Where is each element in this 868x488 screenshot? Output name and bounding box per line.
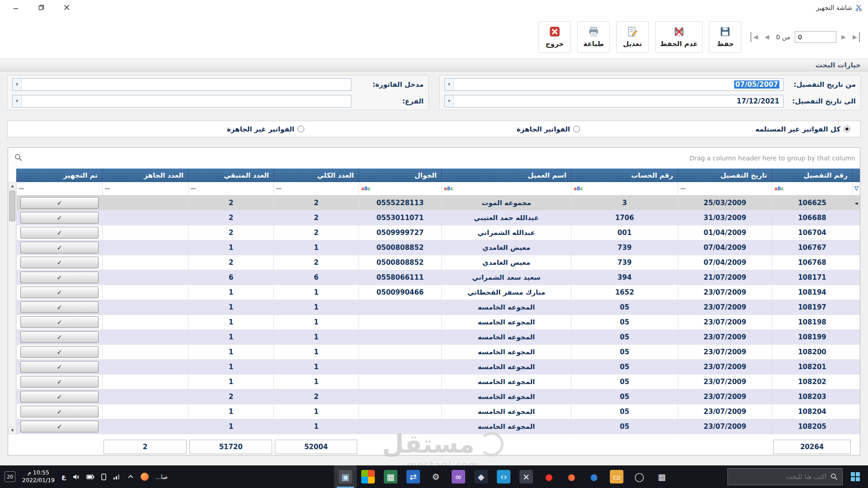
edit-button[interactable]: تعديل: [616, 21, 649, 53]
record-number-input[interactable]: [795, 31, 836, 43]
table-row[interactable]: 108202 23/07/2009 05 المجوعه الخامسه 1 1…: [16, 375, 860, 389]
prepared-checkbox-button[interactable]: ✓: [20, 212, 99, 224]
restore-button[interactable]: [36, 3, 46, 13]
taskbar-app-blue-browser[interactable]: ●: [583, 465, 605, 488]
taskbar-app-visual-studio[interactable]: ∞: [447, 465, 470, 488]
table-row[interactable]: 108171 21/07/2009 394 سعيد سعد الشمراني …: [16, 270, 860, 285]
scroll-up-arrow[interactable]: ▲: [9, 182, 16, 190]
table-row[interactable]: 108194 23/07/2009 1652 مبارك مسفر القحطا…: [16, 285, 860, 300]
taskbar-app-color-grid[interactable]: [357, 465, 379, 488]
prepared-checkbox-button[interactable]: ✓: [20, 301, 99, 313]
filter-cell-ready-count[interactable]: [102, 182, 188, 195]
language-indicator[interactable]: ع: [61, 473, 66, 480]
taskbar-app-task-view[interactable]: ▦: [651, 465, 673, 488]
chevron-down-icon[interactable]: ▾: [445, 79, 454, 90]
column-header-total-count[interactable]: العدد الكلي: [274, 169, 359, 182]
orange-tray-icon[interactable]: [141, 473, 149, 481]
table-row[interactable]: 108200 23/07/2009 05 المجوعه الخامسه 1 1…: [16, 345, 860, 360]
column-header-ready-count[interactable]: العدد الجاهز: [102, 169, 188, 182]
table-row[interactable]: 108204 23/07/2009 05 المجوعه الخامسه 1 1…: [16, 404, 860, 419]
column-header-detail-number[interactable]: رقم التفصيل: [772, 169, 852, 182]
prepared-checkbox-button[interactable]: ✓: [20, 242, 99, 253]
prepared-checkbox-button[interactable]: ✓: [20, 316, 99, 328]
prepared-checkbox-button[interactable]: ✓: [20, 421, 99, 432]
prepared-checkbox-button[interactable]: ✓: [20, 257, 99, 268]
column-header-client-name[interactable]: اسم العميل: [441, 169, 571, 182]
table-row[interactable]: 106688 31/03/2009 1706 عبدالله حمد العتي…: [16, 211, 860, 225]
taskbar-app-vs-code[interactable]: ‹›: [492, 465, 515, 488]
next-record-button[interactable]: ▶: [839, 32, 848, 42]
table-row[interactable]: 108198 23/07/2009 05 المجوعه الخامسه 1 1…: [16, 315, 860, 330]
from-date-field[interactable]: 07/05/2007 ▾: [444, 78, 783, 91]
prepared-checkbox-button[interactable]: ✓: [20, 361, 99, 373]
previous-record-button[interactable]: ◀: [762, 32, 771, 42]
filter-cell-detail-number[interactable]: aBc: [772, 182, 852, 195]
prepared-checkbox-button[interactable]: ✓: [20, 286, 99, 298]
taskbar-app-settings[interactable]: ⚙: [425, 465, 447, 488]
taskbar-search[interactable]: [727, 468, 843, 485]
speaker-icon[interactable]: [73, 474, 80, 480]
taskbar-app-ring-app[interactable]: ◯: [628, 465, 651, 488]
chevron-down-icon[interactable]: ▾: [445, 95, 454, 107]
battery-icon[interactable]: [86, 474, 94, 479]
column-header-remaining-count[interactable]: العدد المتبقي: [188, 169, 274, 182]
radio-not-ready-invoices[interactable]: الفواتير غير الجاهزة: [227, 121, 304, 137]
filter-cell-mobile[interactable]: aBc: [359, 182, 441, 195]
filter-cell-detail-date[interactable]: [678, 182, 772, 195]
table-row[interactable]: ◄ 106625 25/03/2009 3 مجموعه الموت 05552…: [16, 196, 860, 211]
prepared-checkbox-button[interactable]: ✓: [20, 391, 99, 403]
taskbar-app-red-browser[interactable]: ●: [538, 465, 560, 488]
taskbar-app-file-explorer[interactable]: ▭: [605, 465, 628, 488]
minimize-button[interactable]: [11, 3, 21, 13]
taskbar-app-spreadsheet[interactable]: ▦: [379, 465, 402, 488]
print-button[interactable]: طباعة: [577, 21, 610, 53]
prepared-checkbox-button[interactable]: ✓: [20, 376, 99, 388]
tray-running-app-text[interactable]: صا...: [156, 474, 168, 480]
taskbar-search-input[interactable]: [745, 473, 826, 480]
taskbar-app-dark-app[interactable]: ◆: [470, 465, 492, 488]
taskbar-app-teamviewer[interactable]: ⇄: [402, 465, 425, 488]
taskbar-clock[interactable]: 10:55 م 2022/01/19: [22, 469, 55, 484]
column-header-mobile[interactable]: الجوال: [359, 169, 441, 182]
table-row[interactable]: 108201 23/07/2009 05 المجوعه الخامسه 1 1…: [16, 360, 860, 375]
table-row[interactable]: 106768 07/04/2009 739 معيض الغامدي 05008…: [16, 255, 860, 270]
search-icon[interactable]: [13, 154, 22, 163]
prepared-checkbox-button[interactable]: ✓: [20, 197, 99, 209]
branch-field[interactable]: ▾: [12, 95, 351, 108]
column-header-account-number[interactable]: رقم الحساب: [571, 169, 678, 182]
first-record-button[interactable]: ◀: [750, 32, 760, 42]
last-record-button[interactable]: ▶: [851, 32, 860, 42]
taskbar-app-postman[interactable]: ●: [560, 465, 583, 488]
taskbar-app-dark-tool[interactable]: ×: [515, 465, 538, 488]
filter-cell-total-count[interactable]: [274, 182, 359, 195]
table-row[interactable]: 108203 23/07/2009 05 المجوعه الخامسه 2 2…: [16, 389, 860, 404]
chevron-up-icon[interactable]: [127, 474, 134, 479]
to-date-field[interactable]: 17/12/2021 ▾: [444, 95, 783, 108]
radio-ready-invoices[interactable]: الفواتير الجاهزة: [517, 121, 580, 137]
cancel-save-button[interactable]: عدم الحفظ: [655, 21, 703, 53]
radio-all-unreceived-invoices[interactable]: كل الفواتير غير المستلمه: [755, 121, 850, 137]
filter-cell-prepared[interactable]: [16, 182, 102, 195]
filter-funnel-icon[interactable]: [852, 182, 860, 195]
table-row[interactable]: 108199 23/07/2009 05 المجوعه الخامسه 1 1…: [16, 330, 860, 345]
table-row[interactable]: 108205 23/07/2009 05 المجوعه الخامسه 1 1…: [16, 419, 860, 434]
filter-cell-client-name[interactable]: aBc: [441, 182, 571, 195]
chevron-down-icon[interactable]: ▾: [13, 95, 22, 107]
prepared-checkbox-button[interactable]: ✓: [20, 227, 99, 239]
prepared-checkbox-button[interactable]: ✓: [20, 346, 99, 358]
filter-cell-account-number[interactable]: aBc: [571, 182, 678, 195]
scrollbar-thumb[interactable]: [9, 191, 15, 221]
table-row[interactable]: 106704 01/04/2009 001 عبدالله الشمراني 0…: [16, 225, 860, 240]
exit-button[interactable]: خروج: [538, 21, 571, 53]
prepared-checkbox-button[interactable]: ✓: [20, 272, 99, 283]
chevron-down-icon[interactable]: ▾: [13, 79, 22, 90]
vertical-scrollbar[interactable]: ▲ ▼: [9, 182, 16, 434]
phone-icon[interactable]: [101, 474, 106, 480]
table-row[interactable]: 106767 07/04/2009 739 معيض الغامدي 05008…: [16, 240, 860, 255]
taskbar-app-current-app[interactable]: ▣: [334, 465, 357, 488]
invoice-entry-field[interactable]: ▾: [12, 78, 351, 91]
network-icon[interactable]: [113, 474, 121, 480]
prepared-checkbox-button[interactable]: ✓: [20, 331, 99, 343]
start-button[interactable]: [843, 465, 868, 488]
tray-app-icon[interactable]: 20: [5, 471, 15, 482]
